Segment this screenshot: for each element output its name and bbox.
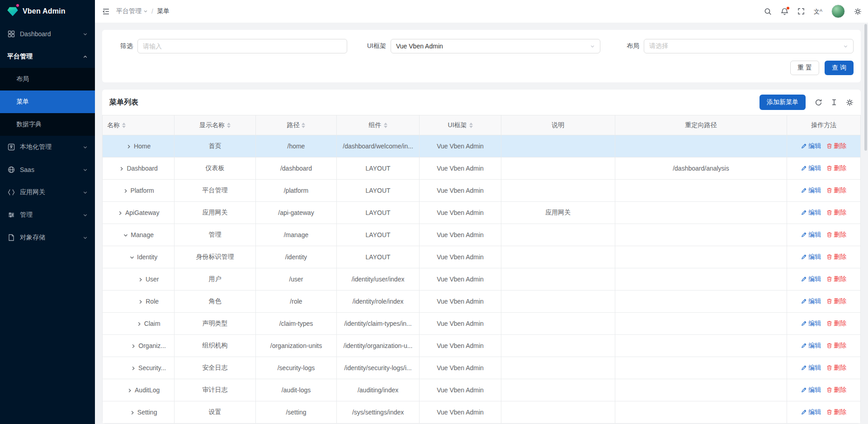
expand-row-icon[interactable] (137, 321, 142, 327)
column-header-2[interactable]: 路径 (255, 115, 336, 135)
reset-button[interactable]: 重 置 (790, 61, 819, 75)
edit-button[interactable]: 编辑 (801, 186, 821, 195)
edit-button[interactable]: 编辑 (801, 164, 821, 172)
sidebar-item-platform[interactable]: 平台管理 (0, 45, 95, 68)
table-row[interactable]: Role角色/role/identity/role/indexVue Vben … (103, 291, 861, 313)
delete-button[interactable]: 删除 (826, 364, 846, 372)
expand-row-icon[interactable] (138, 277, 143, 282)
ui-framework-select[interactable]: Vue Vben Admin (391, 39, 600, 53)
delete-button[interactable]: 删除 (826, 275, 846, 283)
delete-button[interactable]: 删除 (826, 386, 846, 394)
edit-button[interactable]: 编辑 (801, 297, 821, 305)
cell-name: User (103, 268, 175, 291)
column-header-1[interactable]: 显示名称 (175, 115, 255, 135)
search-icon[interactable] (764, 8, 772, 15)
edit-button[interactable]: 编辑 (801, 275, 821, 283)
sort-icon[interactable] (122, 123, 126, 128)
add-menu-button[interactable]: 添加新菜单 (760, 95, 806, 110)
chevron-up-icon (83, 54, 88, 59)
edit-button[interactable]: 编辑 (801, 342, 821, 350)
refresh-icon[interactable] (815, 99, 822, 106)
edit-button[interactable]: 编辑 (801, 364, 821, 372)
settings-gear-icon[interactable] (854, 8, 862, 15)
filter-keyword-input[interactable] (137, 39, 347, 53)
sidebar-item-object-storage[interactable]: 对象存储 (0, 226, 95, 249)
sort-icon[interactable] (384, 123, 387, 128)
cell-redirect (615, 401, 787, 424)
table-row[interactable]: Organiz...组织机构/organization-units/identi… (103, 335, 861, 357)
expand-row-icon[interactable] (138, 299, 143, 305)
collapse-row-icon[interactable] (129, 255, 135, 260)
delete-button[interactable]: 删除 (826, 253, 846, 261)
table-row[interactable]: Identity身份标识管理/identityLAYOUTVue Vben Ad… (103, 246, 861, 268)
table-row[interactable]: Dashboard仪表板/dashboardLAYOUTVue Vben Adm… (103, 157, 861, 180)
breadcrumb-root[interactable]: 平台管理 (116, 7, 148, 15)
table-row[interactable]: ApiGateway应用网关/api-gatewayLAYOUTVue Vben… (103, 202, 861, 224)
search-button[interactable]: 查 询 (825, 61, 854, 75)
delete-button[interactable]: 删除 (826, 342, 846, 350)
sort-icon[interactable] (302, 123, 305, 128)
edit-button[interactable]: 编辑 (801, 209, 821, 217)
expand-row-icon[interactable] (119, 166, 124, 172)
row-height-icon[interactable] (830, 99, 838, 106)
sidebar-item-manage[interactable]: 管理 (0, 204, 95, 226)
table-row[interactable]: Setting设置/setting/sys/settings/indexVue … (103, 401, 861, 424)
table-row[interactable]: AuditLog审计日志/audit-logs/auditing/indexVu… (103, 379, 861, 401)
delete-button[interactable]: 删除 (826, 186, 846, 195)
scrollbar-thumb[interactable] (864, 24, 867, 151)
column-header-4[interactable]: UI框架 (419, 115, 501, 135)
edit-button[interactable]: 编辑 (801, 319, 821, 328)
table-row[interactable]: User用户/user/identity/user/indexVue Vben … (103, 268, 861, 291)
table-row[interactable]: Home首页/home/dashboard/welcome/in...Vue V… (103, 135, 861, 157)
table-row[interactable]: Manage管理/manageLAYOUTVue Vben Admin 编辑删除 (103, 224, 861, 246)
sidebar-item-dashboard[interactable]: Dashboard (0, 23, 95, 45)
layout-select[interactable]: 请选择 (644, 39, 854, 53)
notification-bell-icon[interactable] (781, 8, 788, 15)
edit-button[interactable]: 编辑 (801, 408, 821, 416)
delete-button[interactable]: 删除 (826, 142, 846, 150)
table-row[interactable]: Platform平台管理/platformLAYOUTVue Vben Admi… (103, 180, 861, 202)
sidebar-item-menu[interactable]: 菜单 (0, 91, 95, 113)
expand-row-icon[interactable] (130, 410, 135, 415)
user-avatar[interactable] (831, 5, 845, 18)
table-row[interactable]: Security...安全日志/security-logs/identity/s… (103, 357, 861, 379)
cell-component: LAYOUT (337, 224, 420, 246)
fullscreen-icon[interactable] (797, 8, 805, 15)
sidebar-item-data-dictionary[interactable]: 数据字典 (0, 113, 95, 136)
expand-row-icon[interactable] (127, 388, 132, 393)
edit-button[interactable]: 编辑 (801, 253, 821, 261)
column-header-3[interactable]: 组件 (337, 115, 420, 135)
expand-row-icon[interactable] (131, 366, 136, 371)
collapse-sidebar-icon[interactable] (102, 8, 110, 15)
manage-icon (7, 211, 15, 219)
cell-name: Manage (103, 224, 175, 246)
expand-row-icon[interactable] (123, 188, 128, 194)
delete-button[interactable]: 删除 (826, 297, 846, 305)
vertical-scrollbar[interactable] (863, 23, 868, 424)
sort-icon[interactable] (469, 123, 473, 128)
sidebar-item-saas[interactable]: Saas (0, 158, 95, 181)
expand-row-icon[interactable] (126, 144, 132, 149)
edit-icon (801, 210, 807, 215)
sidebar-item-layout[interactable]: 布局 (0, 68, 95, 91)
delete-button[interactable]: 删除 (826, 231, 846, 239)
column-header-0[interactable]: 名称 (103, 115, 175, 135)
collapse-row-icon[interactable] (123, 233, 128, 238)
edit-button[interactable]: 编辑 (801, 386, 821, 394)
edit-button[interactable]: 编辑 (801, 231, 821, 239)
sidebar-item-gateway[interactable]: 应用网关 (0, 181, 95, 204)
delete-button[interactable]: 删除 (826, 408, 846, 416)
expand-row-icon[interactable] (118, 210, 123, 216)
cell-component: /auditing/index (337, 379, 420, 401)
translate-icon[interactable]: 文A (814, 9, 822, 14)
delete-button[interactable]: 删除 (826, 209, 846, 217)
delete-button[interactable]: 删除 (826, 319, 846, 328)
delete-button[interactable]: 删除 (826, 164, 846, 172)
edit-button[interactable]: 编辑 (801, 142, 821, 150)
expand-row-icon[interactable] (131, 343, 136, 349)
app-logo[interactable]: Vben Admin (0, 0, 95, 23)
sidebar-item-localization[interactable]: 本地化管理 (0, 136, 95, 158)
sort-icon[interactable] (227, 123, 231, 128)
table-row[interactable]: Claim声明类型/claim-types/identity/claim-typ… (103, 313, 861, 335)
table-settings-icon[interactable] (846, 99, 854, 106)
